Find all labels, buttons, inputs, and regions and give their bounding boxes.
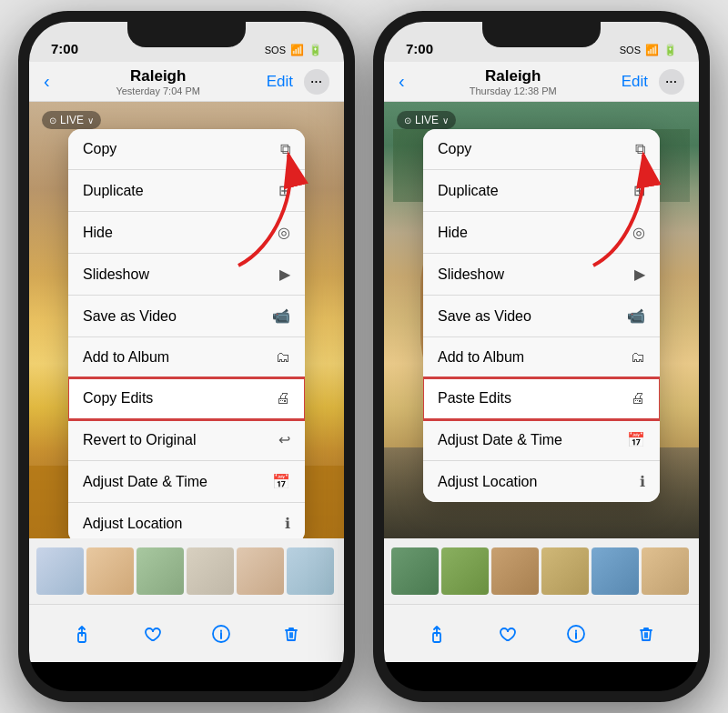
menu-copy-right[interactable]: Copy ⧉ bbox=[423, 129, 660, 170]
menu-duplicate-right[interactable]: Duplicate ⊞ bbox=[423, 170, 660, 212]
edit-button-left[interactable]: Edit bbox=[267, 73, 293, 91]
phone-left: 7:00 SOS 📶 🔋 ‹ Raleigh Yesterday 7:04 PM… bbox=[18, 11, 355, 702]
nav-subtitle-right: Thursday 12:38 PM bbox=[470, 85, 557, 96]
photo-area-left: ⊙ LIVE ∨ Copy ⧉ Duplicate ⊞ Hide bbox=[29, 102, 344, 538]
thumb-left-0[interactable] bbox=[36, 547, 84, 595]
menu-adjustdate-right[interactable]: Adjust Date & Time 📅 bbox=[423, 419, 660, 461]
more-button-right[interactable]: ··· bbox=[659, 69, 684, 95]
photo-area-right: ⊙ LIVE ∨ Copy ⧉ Duplicate ⊞ Hide bbox=[384, 102, 699, 538]
nav-title-group-left: Raleigh Yesterday 7:04 PM bbox=[116, 67, 200, 96]
nav-title-left: Raleigh bbox=[116, 67, 200, 85]
menu-hide-left[interactable]: Hide ◎ bbox=[68, 212, 305, 254]
status-icons-left: SOS 📶 🔋 bbox=[265, 44, 322, 56]
thumb-left-3[interactable] bbox=[187, 547, 234, 595]
menu-duplicate-left[interactable]: Duplicate ⊞ bbox=[68, 170, 305, 212]
context-menu-right: Copy ⧉ Duplicate ⊞ Hide ◎ Slideshow ▶ bbox=[423, 129, 660, 502]
delete-button-left[interactable] bbox=[281, 624, 301, 644]
nav-title-right: Raleigh bbox=[470, 67, 557, 85]
addalbum-icon-right: 🗂 bbox=[631, 349, 645, 366]
nav-actions-left: Edit ··· bbox=[267, 69, 329, 95]
menu-slideshow-left[interactable]: Slideshow ▶ bbox=[68, 254, 305, 296]
menu-addalbum-right[interactable]: Add to Album 🗂 bbox=[423, 337, 660, 378]
status-time-left: 7:00 bbox=[51, 41, 78, 56]
menu-slideshow-right[interactable]: Slideshow ▶ bbox=[423, 254, 660, 296]
thumb-right-4[interactable] bbox=[592, 547, 639, 595]
slideshow-icon-right: ▶ bbox=[634, 266, 645, 283]
favorite-button-right[interactable] bbox=[497, 624, 517, 644]
adjustdate-icon-right: 📅 bbox=[627, 431, 645, 448]
addalbum-icon-left: 🗂 bbox=[276, 349, 290, 366]
live-badge-right: ⊙ LIVE ∨ bbox=[397, 111, 456, 129]
share-button-left[interactable] bbox=[72, 624, 92, 644]
thumb-left-4[interactable] bbox=[237, 547, 284, 595]
revert-icon-left: ↩ bbox=[278, 431, 290, 448]
share-button-right[interactable] bbox=[427, 624, 447, 644]
delete-button-right[interactable] bbox=[636, 624, 656, 644]
thumb-left-2[interactable] bbox=[136, 547, 184, 595]
adjustloc-icon-left: ℹ bbox=[285, 515, 290, 532]
nav-title-group-right: Raleigh Thursday 12:38 PM bbox=[470, 67, 557, 96]
thumb-right-3[interactable] bbox=[541, 547, 589, 595]
menu-addalbum-left[interactable]: Add to Album 🗂 bbox=[68, 337, 305, 378]
info-button-left[interactable] bbox=[211, 624, 231, 644]
menu-copyedits-left[interactable]: Copy Edits 🖨 bbox=[68, 378, 305, 419]
menu-savevideo-right[interactable]: Save as Video 📹 bbox=[423, 296, 660, 337]
nav-bar-right: ‹ Raleigh Thursday 12:38 PM Edit ··· bbox=[384, 62, 699, 102]
phone-right: 7:00 SOS 📶 🔋 ‹ Raleigh Thursday 12:38 PM… bbox=[373, 11, 710, 702]
menu-hide-right[interactable]: Hide ◎ bbox=[423, 212, 660, 254]
thumb-right-0[interactable] bbox=[391, 547, 439, 595]
edit-button-right[interactable]: Edit bbox=[622, 73, 648, 91]
adjustloc-icon-right: ℹ bbox=[640, 473, 645, 490]
slideshow-icon-left: ▶ bbox=[279, 266, 290, 283]
copyedits-icon-left: 🖨 bbox=[276, 390, 290, 407]
toolbar-right bbox=[384, 604, 699, 662]
thumb-left-1[interactable] bbox=[86, 547, 134, 595]
notch-right bbox=[482, 22, 601, 47]
thumbnail-strip-right bbox=[384, 538, 699, 604]
signal-icon-left: SOS bbox=[265, 45, 286, 55]
battery-icon-left: 🔋 bbox=[308, 44, 322, 56]
nav-bar-left: ‹ Raleigh Yesterday 7:04 PM Edit ··· bbox=[29, 62, 344, 102]
menu-pasteedits-right[interactable]: Paste Edits 🖨 bbox=[423, 378, 660, 419]
copy-icon-right: ⧉ bbox=[635, 141, 645, 157]
copy-icon-left: ⧉ bbox=[280, 141, 290, 157]
back-button-right[interactable]: ‹ bbox=[399, 71, 405, 92]
menu-adjustloc-left[interactable]: Adjust Location ℹ bbox=[68, 503, 305, 538]
signal-icon-right: SOS bbox=[620, 45, 641, 55]
menu-copy-left[interactable]: Copy ⧉ bbox=[68, 129, 305, 170]
savevideo-icon-left: 📹 bbox=[272, 307, 290, 325]
menu-revert-left[interactable]: Revert to Original ↩ bbox=[68, 419, 305, 461]
notch-left bbox=[127, 22, 246, 47]
back-button-left[interactable]: ‹ bbox=[44, 71, 50, 92]
thumb-right-5[interactable] bbox=[642, 547, 689, 595]
nav-subtitle-left: Yesterday 7:04 PM bbox=[116, 85, 200, 96]
toolbar-left bbox=[29, 604, 344, 662]
status-icons-right: SOS 📶 🔋 bbox=[620, 44, 677, 56]
adjustdate-icon-left: 📅 bbox=[272, 473, 290, 490]
wifi-icon-left: 📶 bbox=[290, 44, 304, 56]
context-menu-left: Copy ⧉ Duplicate ⊞ Hide ◎ Slideshow ▶ bbox=[68, 129, 305, 538]
live-badge-left: ⊙ LIVE ∨ bbox=[42, 111, 101, 129]
info-button-right[interactable] bbox=[566, 624, 586, 644]
hide-icon-left: ◎ bbox=[278, 224, 290, 241]
status-time-right: 7:00 bbox=[406, 41, 433, 56]
thumb-right-1[interactable] bbox=[441, 547, 489, 595]
thumb-left-5[interactable] bbox=[287, 547, 334, 595]
phone-left-screen: 7:00 SOS 📶 🔋 ‹ Raleigh Yesterday 7:04 PM… bbox=[29, 22, 344, 691]
thumb-right-2[interactable] bbox=[491, 547, 539, 595]
hide-icon-right: ◎ bbox=[632, 224, 645, 241]
savevideo-icon-right: 📹 bbox=[627, 307, 645, 325]
pasteedits-icon-right: 🖨 bbox=[631, 390, 645, 407]
duplicate-icon-right: ⊞ bbox=[633, 182, 645, 199]
nav-actions-right: Edit ··· bbox=[622, 69, 684, 95]
thumbnail-strip-left bbox=[29, 538, 344, 604]
menu-adjustdate-left[interactable]: Adjust Date & Time 📅 bbox=[68, 461, 305, 503]
favorite-button-left[interactable] bbox=[142, 624, 162, 644]
duplicate-icon-left: ⊞ bbox=[278, 182, 290, 199]
more-button-left[interactable]: ··· bbox=[304, 69, 329, 95]
menu-savevideo-left[interactable]: Save as Video 📹 bbox=[68, 296, 305, 337]
battery-icon-right: 🔋 bbox=[663, 44, 677, 56]
phone-right-screen: 7:00 SOS 📶 🔋 ‹ Raleigh Thursday 12:38 PM… bbox=[384, 22, 699, 691]
menu-adjustloc-right[interactable]: Adjust Location ℹ bbox=[423, 461, 660, 502]
wifi-icon-right: 📶 bbox=[645, 44, 659, 56]
